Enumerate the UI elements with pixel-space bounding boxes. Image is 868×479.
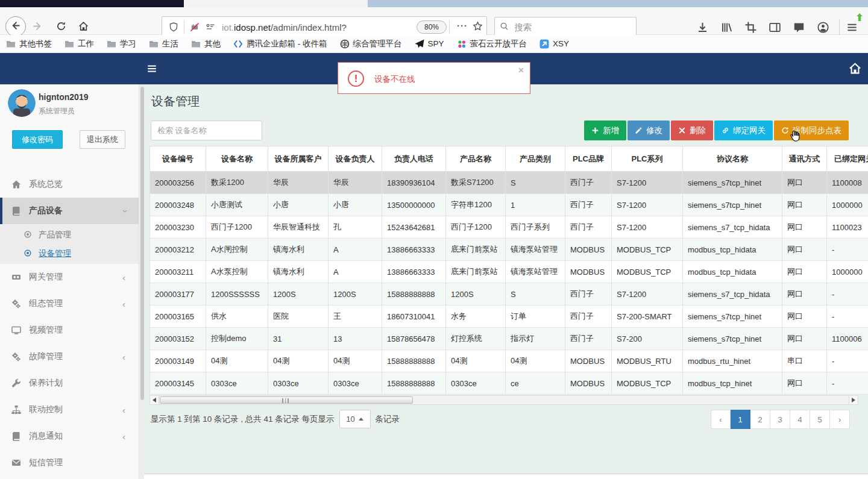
table-cell: MODBUS_TCP	[612, 372, 683, 395]
强制同步点表-button[interactable]: 强制同步点表	[774, 121, 849, 140]
sidebar-subitem-产品管理[interactable]: 产品管理	[0, 225, 139, 244]
page-button-2[interactable]: 2	[750, 410, 770, 429]
table-row[interactable]: 200003256数采1200华辰华辰18390936104数采S71200S西…	[150, 172, 868, 194]
downloads-button[interactable]	[697, 22, 708, 33]
column-header[interactable]: 设备负责人	[329, 146, 382, 172]
column-header[interactable]: 产品名称	[446, 146, 506, 172]
sidebar-item-故障管理[interactable]: 故障管理‹	[0, 343, 139, 370]
table-row[interactable]: 20000314904测04测04测1588888888804测04测MODBU…	[150, 350, 868, 372]
绑定网关-button[interactable]: 绑定网关	[714, 121, 773, 140]
table-cell: 1200SSSSSS	[206, 283, 268, 305]
sidebar-item-保养计划[interactable]: 保养计划	[0, 370, 139, 396]
sidebar-item-网关管理[interactable]: 网关管理‹	[0, 264, 139, 290]
account-button[interactable]	[817, 22, 829, 33]
page-button-5[interactable]: 5	[810, 410, 830, 429]
bookmark-item[interactable]: 其他	[191, 39, 221, 49]
bookmark-item[interactable]: 学习	[107, 39, 136, 49]
sidebar-item-联动控制[interactable]: 联动控制‹	[0, 396, 139, 423]
table-cell: 镇海泵站管理	[506, 239, 565, 261]
scroll-left-button[interactable]	[150, 396, 159, 404]
bookmark-label: 腾讯企业邮箱 - 收件箱	[247, 39, 327, 49]
table-row[interactable]: 200003165供水医院王18607310041水务订单西门子S7-200-S…	[150, 305, 868, 328]
sidebar-toggle-button[interactable]	[769, 22, 781, 33]
sidebar-item-系统总览[interactable]: 系统总览	[0, 171, 139, 198]
logout-button[interactable]: 退出系统	[80, 130, 125, 149]
forward-button[interactable]	[31, 22, 42, 33]
zoom-level-badge[interactable]: 80%	[417, 20, 447, 34]
shield-icon[interactable]	[169, 22, 178, 32]
page-actions-icon[interactable]: ···	[457, 20, 468, 31]
reload-button[interactable]	[55, 22, 66, 33]
删除-button[interactable]: 删除	[671, 121, 713, 140]
avatar[interactable]	[8, 89, 36, 117]
next-page-button[interactable]: ›	[830, 410, 850, 429]
page-button-3[interactable]: 3	[770, 410, 790, 429]
device-search-input[interactable]: 检索 设备名称	[151, 121, 262, 140]
bookmark-item[interactable]: 其他书签	[6, 39, 52, 49]
bookmark-item[interactable]: XSY	[539, 39, 569, 49]
table-row[interactable]: 200003248小唐测试小唐小唐13500000000字符串12001西门子S…	[150, 194, 868, 216]
screenshot-button[interactable]	[745, 22, 756, 33]
table-row[interactable]: 200003152控制demo311315878656478灯控系统指示灯西门子…	[150, 328, 868, 350]
tab-bar-dark-segment	[0, 0, 184, 7]
table-row[interactable]: 2000031771200SSSSSS1200S1200S15888888888…	[150, 283, 868, 305]
column-header[interactable]: PLC品牌	[565, 146, 612, 172]
column-header[interactable]: 通讯方式	[782, 146, 827, 172]
scrollbar-thumb[interactable]	[160, 396, 413, 404]
prev-page-button[interactable]: ‹	[711, 410, 731, 429]
username: hignton2019	[39, 92, 88, 102]
sidebar-scrollbar[interactable]	[139, 84, 144, 479]
change-password-button[interactable]: 修改密码	[12, 130, 63, 149]
sidebar-item-组态管理[interactable]: 组态管理‹	[0, 290, 139, 317]
browser-search-box[interactable]: 搜索	[494, 17, 637, 37]
table-row[interactable]: 200003212A水闸控制镇海水利A13886663333底来门前泵站镇海泵站…	[150, 239, 868, 261]
browser-home-button[interactable]	[77, 21, 89, 33]
table-row[interactable]: 200003211A水泵控制镇海水利A13886663333底来门前泵站镇海泵站…	[150, 261, 868, 283]
browser-toolbar: iot.idosp.net/admin/index.html? 80% ··· …	[0, 7, 868, 35]
column-header[interactable]: 产品类别	[506, 146, 565, 172]
column-header[interactable]: 设备名称	[206, 146, 268, 172]
library-button[interactable]	[721, 22, 732, 33]
table-row[interactable]: 200003230西门子1200华辰智通科技孔15243642681西门子120…	[150, 216, 868, 239]
page-size-dropdown[interactable]: 10	[339, 410, 371, 428]
column-header[interactable]: PLC系列	[612, 146, 683, 172]
sidebar-item-视频管理[interactable]: 视频管理	[0, 317, 139, 343]
page-button-4[interactable]: 4	[790, 410, 810, 429]
table-cell: ce	[506, 372, 565, 395]
sidebar-item-消息通知[interactable]: 消息通知‹	[0, 423, 139, 449]
pencil-icon	[635, 127, 643, 134]
column-header[interactable]: 负责人电话	[382, 146, 446, 172]
修改-button[interactable]: 修改	[627, 121, 670, 140]
back-button[interactable]	[5, 16, 26, 37]
horizontal-scrollbar[interactable]	[149, 395, 858, 405]
sidebar-scrollbar-thumb[interactable]	[140, 87, 144, 400]
column-header[interactable]: 设备编号	[150, 146, 206, 172]
permissions-icon[interactable]	[206, 22, 215, 32]
sidebar-item-产品设备[interactable]: 产品设备‹	[0, 198, 139, 224]
sidebar-item-短信管理[interactable]: 短信管理	[0, 449, 139, 476]
table-row[interactable]: 2000031450303ce0303ce0303ce1588888888803…	[150, 372, 868, 395]
sidebar-collapse-button[interactable]	[146, 63, 157, 74]
page-button-1[interactable]: 1	[731, 410, 750, 429]
column-header[interactable]: 设备所属客户	[268, 146, 329, 172]
新增-button[interactable]: 新增	[584, 121, 626, 140]
bookmark-item[interactable]: 腾讯企业邮箱 - 收件箱	[233, 39, 327, 49]
app-home-button[interactable]	[849, 62, 861, 75]
bookmark-item[interactable]: SPY	[415, 39, 444, 49]
bookmark-item[interactable]: 工作	[64, 39, 94, 49]
column-header[interactable]: 协议名称	[683, 146, 782, 172]
bookmark-item[interactable]: 综合管理平台	[340, 39, 402, 49]
bookmark-star-icon[interactable]	[473, 21, 483, 34]
divider	[184, 20, 184, 34]
menu-button[interactable]	[846, 22, 858, 33]
bookmark-item[interactable]: 生活	[149, 39, 178, 49]
sidebar-subitem-设备管理[interactable]: 设备管理	[0, 244, 139, 263]
scroll-right-button[interactable]	[849, 396, 858, 404]
url-text[interactable]: iot.idosp.net/admin/index.html?	[222, 22, 417, 33]
bookmark-item[interactable]: 萤石云开放平台	[457, 39, 527, 49]
plugin-blocked-icon[interactable]	[190, 22, 200, 32]
column-header[interactable]: 已绑定网关	[827, 146, 868, 172]
active-tab-segment[interactable]	[184, 0, 368, 7]
messages-button[interactable]	[793, 22, 805, 33]
alert-close-icon[interactable]: ×	[518, 65, 524, 76]
